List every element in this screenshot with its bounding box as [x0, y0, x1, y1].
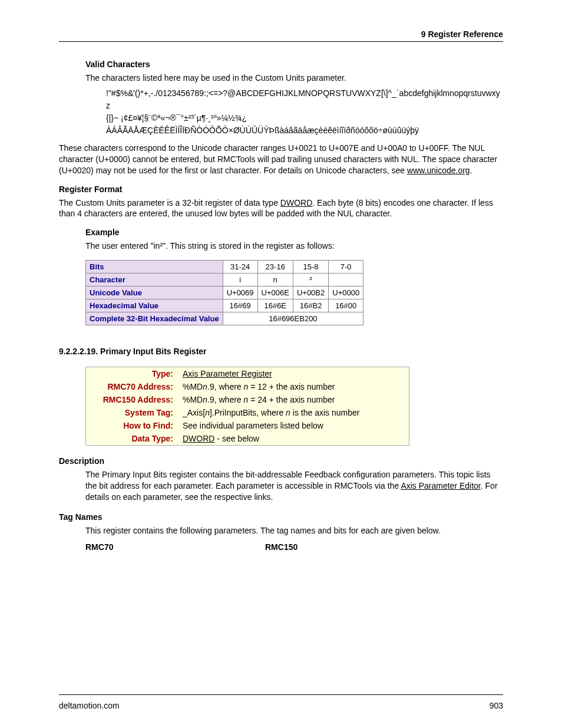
- table-row: How to Find: See individual parameters l…: [86, 419, 409, 432]
- valid-chars-heading: Valid Characters: [85, 60, 503, 69]
- table-row: RMC70 Address: %MDn.9, where n = 12 + th…: [86, 380, 409, 393]
- dword-link-2[interactable]: DWORD: [183, 434, 214, 443]
- row-label: Complete 32-Bit Hexadecimal Value: [86, 312, 223, 325]
- rmc70-value: %MDn.9, where n = 12 + the axis number: [178, 380, 409, 393]
- bits-table: Bits 31-24 23-16 15-8 7-0 Character i n …: [85, 260, 363, 325]
- systag-label: System Tag:: [86, 406, 178, 419]
- dword-link[interactable]: DWORD: [280, 198, 312, 207]
- table-row: RMC150 Address: %MDn.9, where n = 24 + t…: [86, 393, 409, 406]
- table-row: Bits 31-24 23-16 15-8 7-0: [86, 261, 363, 274]
- footer-left: deltamotion.com: [59, 701, 120, 710]
- rmc150-label: RMC150 Address:: [86, 393, 178, 406]
- type-label: Type:: [86, 367, 178, 381]
- char-line-2: {|}~ ¡¢£¤¥¦§¨©ª«¬®¯°±²³´µ¶·¸¹º»¼½¾¿: [106, 113, 247, 123]
- axis-param-link[interactable]: Axis Parameter Register: [183, 369, 272, 378]
- tagnames-heading: Tag Names: [59, 512, 503, 522]
- table-row: Type: Axis Parameter Register: [86, 367, 409, 381]
- reg-format-text: The Custom Units parameter is a 32-bit r…: [59, 197, 503, 220]
- unicode-note: These characters correspond to the Unico…: [59, 143, 503, 176]
- rmc150-value: %MDn.9, where n = 24 + the axis number: [178, 393, 409, 406]
- col-rmc70: RMC70: [85, 542, 265, 552]
- rmc70-label: RMC70 Address:: [86, 380, 178, 393]
- valid-chars-intro: The characters listed here may be used i…: [85, 73, 503, 84]
- unicode-link[interactable]: www.unicode.org: [407, 166, 470, 175]
- table-row: Unicode Value U+0069 U+006E U+00B2 U+000…: [86, 286, 363, 299]
- dtype-label: Data Type:: [86, 432, 178, 446]
- table-row: Data Type: DWORD - see below: [86, 432, 409, 446]
- howto-value: See individual parameters listed below: [178, 419, 409, 432]
- row-label: Hexadecimal Value: [86, 299, 223, 312]
- row-label: Bits: [86, 261, 223, 274]
- final-value: 16#696EB200: [223, 312, 363, 325]
- header-title: 9 Register Reference: [59, 29, 503, 39]
- table-row: System Tag: _Axis[n].PriInputBits, where…: [86, 406, 409, 419]
- section-number: 9.2.2.2.19. Primary Input Bits Register: [59, 347, 503, 356]
- char-line-1: !"#$%&'()*+,-./0123456789:;<=>?@ABCDEFGH…: [106, 88, 500, 110]
- page-header: 9 Register Reference: [59, 29, 503, 42]
- tagnames-text: This register contains the following par…: [85, 525, 503, 536]
- char-line-3: ÀÁÂÃÄÅÆÇÈÉÊËÌÍÎÏÐÑÒÓÔÕÖ×ØÙÚÛÜÝÞßàáâãäåæç…: [106, 126, 419, 135]
- example-text: The user entered "in²". This string is s…: [85, 241, 503, 252]
- howto-label: How to Find:: [86, 419, 178, 432]
- example-heading: Example: [85, 228, 503, 237]
- dtype-value: DWORD - see below: [178, 432, 409, 446]
- footer-right: 903: [490, 701, 503, 710]
- page-footer: deltamotion.com 903: [59, 694, 503, 710]
- axis-param-editor-link[interactable]: Axis Parameter Editor: [401, 481, 480, 490]
- col-rmc150: RMC150: [265, 542, 297, 552]
- description-text: The Primary Input Bits register contains…: [85, 469, 503, 503]
- description-heading: Description: [59, 456, 503, 466]
- reg-format-heading: Register Format: [59, 185, 503, 194]
- systag-value: _Axis[n].PriInputBits, where n is the ax…: [178, 406, 409, 419]
- row-label: Character: [86, 274, 223, 286]
- table-row: Hexadecimal Value 16#69 16#6E 16#B2 16#0…: [86, 299, 363, 312]
- tag-columns: RMC70 RMC150: [85, 542, 503, 552]
- info-table: Type: Axis Parameter Register RMC70 Addr…: [85, 367, 409, 446]
- table-row: Complete 32-Bit Hexadecimal Value 16#696…: [86, 312, 363, 325]
- table-row: Character i n ²: [86, 274, 363, 286]
- row-label: Unicode Value: [86, 286, 223, 299]
- char-block: !"#$%&'()*+,-./0123456789:;<=>?@ABCDEFGH…: [85, 87, 503, 137]
